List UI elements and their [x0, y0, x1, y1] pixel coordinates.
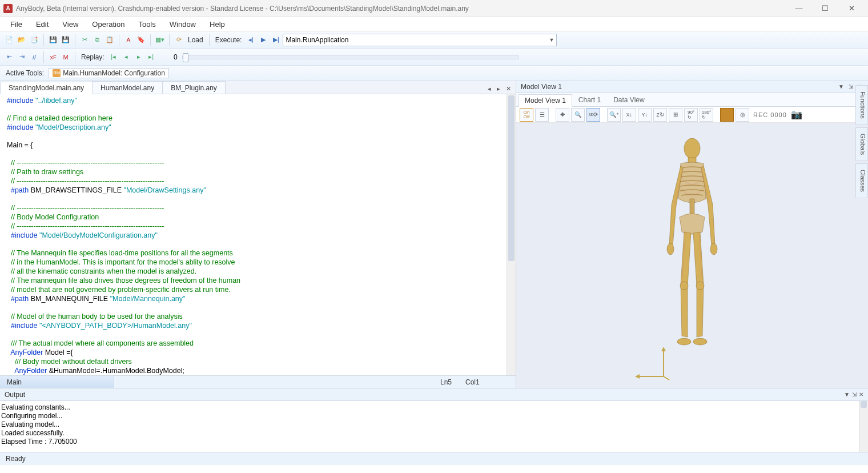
indent-right-icon[interactable]: ⇥ [16, 51, 27, 63]
run-target-dropdown[interactable]: Main.RunApplication ▼ [283, 34, 557, 46]
tab-close-icon[interactable]: ✕ [504, 84, 513, 94]
main-toolbar: 📄 📂 📑 💾 💾 ✂ ⧉ 📋 A 🔖 ▦▾ ⟳ Load Execute: ◂… [0, 31, 868, 49]
rotate90-icon[interactable]: 90°↻ [684, 108, 698, 122]
run-icon[interactable]: ▶ [258, 34, 269, 46]
new-file-icon[interactable]: 📄 [3, 34, 15, 46]
scrollbar-thumb[interactable] [508, 95, 515, 261]
active-tool-chip[interactable]: BM Main.HumanModel: Configuration [49, 68, 169, 78]
menu-tools[interactable]: Tools [131, 18, 162, 30]
minimize-button[interactable]: — [786, 0, 812, 17]
pan-icon[interactable]: ✥ [556, 108, 569, 122]
step-back-icon[interactable]: ◂| [245, 34, 256, 46]
status-text: Ready [6, 455, 26, 463]
menu-operation[interactable]: Operation [85, 18, 131, 30]
comment-icon[interactable]: // [29, 51, 40, 63]
menu-window[interactable]: Window [163, 18, 203, 30]
open-file-icon[interactable]: 📂 [16, 34, 27, 46]
sidetab-functions[interactable]: Functions [855, 85, 868, 125]
replay-slider[interactable] [182, 55, 519, 59]
separator [43, 51, 44, 63]
panel-pin-icon[interactable]: ⇲ [847, 83, 854, 90]
menu-view[interactable]: View [55, 18, 85, 30]
maximize-button[interactable]: ☐ [812, 0, 838, 17]
tab-prev-icon[interactable]: ◂ [485, 84, 493, 94]
toggle-m-icon[interactable]: M [60, 51, 71, 63]
svg-point-4 [710, 243, 717, 255]
output-panel: Output ▼ ⇲ ✕ Evaluating constants... Con… [0, 388, 868, 452]
zoom-icon[interactable]: 🔍 [571, 108, 585, 122]
cut-icon[interactable]: ✂ [79, 34, 90, 46]
replay-first-icon[interactable]: |◂ [108, 51, 119, 63]
rotate3d-icon[interactable]: 3D⟳ [586, 108, 600, 122]
indent-left-icon[interactable]: ⇤ [3, 51, 15, 63]
panel-menu-icon[interactable]: ▼ [837, 83, 845, 90]
code-editor[interactable]: #include "../libdef.any" // Find a detai… [0, 94, 516, 375]
output-title: Output [5, 391, 25, 399]
window-layout-icon[interactable]: ▦▾ [154, 34, 166, 46]
bookmark-icon[interactable]: 🔖 [135, 34, 147, 46]
window-title: AnyBody, Beta (Internal version), Crashd… [16, 5, 469, 13]
properties-icon[interactable]: ☰ [535, 108, 549, 122]
separator [209, 34, 210, 46]
editor-pane: StandingModel.main.any HumanModel.any BM… [0, 81, 516, 388]
editor-tab-humanmodel[interactable]: HumanModel.any [92, 81, 163, 94]
output-scrollbar[interactable] [859, 401, 868, 452]
view-y-icon[interactable]: Y↓ [638, 108, 652, 122]
zoom-extents-icon[interactable]: 🔍⁺ [607, 108, 621, 122]
menu-help[interactable]: Help [203, 18, 232, 30]
separator [75, 51, 75, 63]
save-all-icon[interactable]: 💾 [60, 34, 71, 46]
separator [119, 34, 119, 46]
tab-next-icon[interactable]: ▸ [495, 84, 503, 94]
output-pin-icon[interactable]: ⇲ [852, 391, 857, 398]
add-file-icon[interactable]: 📑 [29, 34, 40, 46]
tab-chart1[interactable]: Chart 1 [572, 94, 607, 106]
copy-icon[interactable]: ⧉ [91, 34, 103, 46]
chevron-down-icon: ▼ [549, 37, 554, 43]
replay-last-icon[interactable]: ▸| [146, 51, 157, 63]
modelview-header: Model View 1 ▼ ⇲ ✕ [516, 81, 868, 93]
editor-tab-bmplugin[interactable]: BM_Plugin.any [162, 81, 226, 94]
toggle-f-icon[interactable]: xF [47, 51, 59, 63]
view-z-icon[interactable]: Z↻ [653, 108, 667, 122]
slider-thumb[interactable] [183, 53, 188, 62]
shaded-icon[interactable] [720, 108, 734, 122]
tab-dataview[interactable]: Data View [607, 94, 650, 106]
svg-point-5 [680, 282, 688, 290]
camera-icon[interactable]: 📷 [791, 109, 802, 120]
tab-modelview1[interactable]: Model View 1 [519, 94, 572, 107]
rotate180-icon[interactable]: 180°↻ [700, 108, 713, 122]
scope-indicator[interactable]: Main [0, 376, 114, 388]
paste-icon[interactable]: 📋 [104, 34, 115, 46]
replay-prev-icon[interactable]: ◂ [120, 51, 132, 63]
view-xy-icon[interactable]: ⊞ [669, 108, 682, 122]
3d-viewport[interactable] [516, 123, 868, 388]
font-button[interactable]: A [123, 34, 134, 46]
sidetab-classes[interactable]: Classes [855, 163, 868, 198]
view-x-icon[interactable]: X↓ [622, 108, 636, 122]
separator [150, 34, 151, 46]
output-body[interactable]: Evaluating constants... Configuring mode… [0, 401, 868, 452]
replay-frame-value: 0 [158, 53, 181, 61]
load-icon[interactable]: ⟳ [173, 34, 184, 46]
close-button[interactable]: ✕ [838, 0, 865, 17]
active-tools-label: Active Tools: [6, 69, 44, 77]
output-close-icon[interactable]: ✕ [859, 391, 863, 398]
step-forward-icon[interactable]: ▶| [270, 34, 282, 46]
editor-scrollbar[interactable] [507, 94, 516, 375]
skeleton-model [652, 136, 732, 364]
svg-line-13 [664, 376, 669, 380]
tab-label: StandingModel.main.any [9, 84, 84, 92]
onoff-button[interactable]: OnOff [520, 108, 533, 122]
save-icon[interactable]: 💾 [47, 34, 59, 46]
sidetab-globals[interactable]: Globals [855, 127, 868, 161]
load-label[interactable]: Load [186, 36, 206, 44]
scrollbar-thumb[interactable] [861, 401, 867, 408]
menu-edit[interactable]: Edit [29, 18, 55, 30]
bm-icon: BM [53, 69, 61, 77]
replay-next-icon[interactable]: ▸ [133, 51, 144, 63]
output-menu-icon[interactable]: ▼ [844, 391, 850, 398]
menu-file[interactable]: File [3, 18, 29, 30]
editor-tab-standingmodel[interactable]: StandingModel.main.any [0, 82, 93, 94]
wireframe-icon[interactable]: ◎ [736, 108, 749, 122]
